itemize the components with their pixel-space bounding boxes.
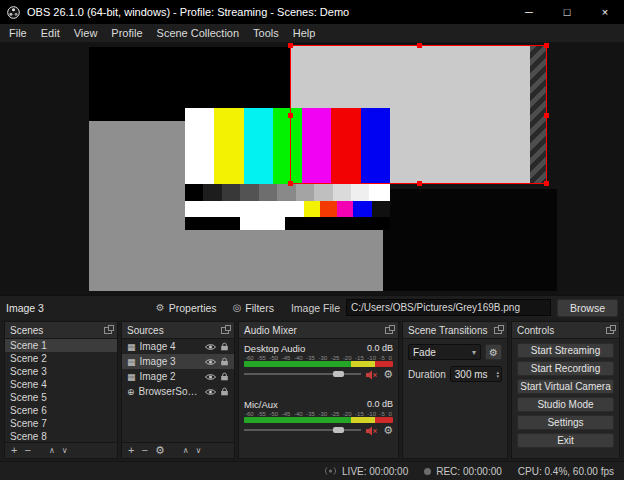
- selection-bounding-box[interactable]: [290, 45, 547, 184]
- scene-list-item[interactable]: Scene 5: [5, 391, 117, 404]
- sources-list: Image 4 Image 3: [122, 339, 234, 442]
- spinbox-arrows[interactable]: ▴▾: [496, 370, 499, 378]
- lock-icon[interactable]: [220, 372, 229, 381]
- source-list-item[interactable]: BrowserSource: [122, 384, 234, 399]
- move-source-up-icon[interactable]: ∧: [183, 447, 189, 455]
- float-dock-icon[interactable]: [606, 327, 614, 334]
- move-source-down-icon[interactable]: ∨: [196, 447, 202, 455]
- menubar: File Edit View Profile Scene Collection …: [0, 24, 624, 43]
- channel-db-value: 0.0 dB: [367, 399, 393, 409]
- tick-label: -35: [306, 411, 315, 417]
- menu-item[interactable]: Tools: [246, 25, 286, 41]
- menu-item[interactable]: Scene Collection: [150, 25, 247, 41]
- move-scene-up-icon[interactable]: ∧: [49, 447, 55, 455]
- scene-list-item[interactable]: Scene 8: [5, 430, 117, 442]
- gear-icon: ⚙: [489, 347, 498, 358]
- source-name: Image 3: [140, 356, 201, 367]
- source-type-icon: [127, 341, 136, 352]
- resize-handle-right[interactable]: [544, 113, 549, 118]
- visibility-eye-icon[interactable]: [205, 388, 216, 396]
- remove-scene-icon[interactable]: −: [24, 445, 30, 456]
- control-button[interactable]: Exit: [517, 433, 614, 448]
- scene-list-item[interactable]: Scene 7: [5, 417, 117, 430]
- float-dock-icon[interactable]: [104, 327, 112, 334]
- selected-source-label: Image 3: [6, 302, 44, 314]
- lock-icon[interactable]: [220, 357, 229, 366]
- titlebar[interactable]: OBS 26.1.0 (64-bit, windows) - Profile: …: [0, 0, 624, 24]
- menu-item[interactable]: Help: [286, 25, 323, 41]
- resize-handle-topright[interactable]: [544, 43, 549, 48]
- transitions-header[interactable]: Scene Transitions: [403, 322, 507, 339]
- sources-header[interactable]: Sources: [122, 322, 234, 339]
- resize-handle-topleft[interactable]: [288, 43, 293, 48]
- resize-handle-bottomright[interactable]: [544, 181, 549, 186]
- source-properties-gear-icon[interactable]: ⚙: [155, 445, 165, 456]
- scenes-header[interactable]: Scenes: [5, 322, 117, 339]
- mixer-header[interactable]: Audio Mixer: [239, 322, 398, 339]
- volume-slider[interactable]: [244, 424, 361, 437]
- live-status: LIVE: 00:00:00: [324, 466, 408, 477]
- add-scene-icon[interactable]: +: [11, 445, 17, 456]
- tick-label: -60: [245, 411, 254, 417]
- source-list-item[interactable]: Image 2: [122, 369, 234, 384]
- duration-spinbox[interactable]: 300 ms ▴▾: [450, 366, 502, 382]
- slider-handle[interactable]: [333, 371, 344, 377]
- visibility-eye-icon[interactable]: [205, 373, 216, 381]
- volume-slider[interactable]: [244, 368, 361, 381]
- scene-list-item[interactable]: Scene 6: [5, 404, 117, 417]
- source-list-item[interactable]: Image 3: [122, 354, 234, 369]
- filters-button[interactable]: ◎ Filters: [228, 300, 279, 316]
- resize-handle-left[interactable]: [288, 113, 293, 118]
- control-button[interactable]: Start Recording: [517, 361, 614, 376]
- filters-icon: ◎: [233, 302, 242, 313]
- menu-item[interactable]: View: [67, 25, 105, 41]
- add-source-icon[interactable]: +: [128, 445, 134, 456]
- move-scene-down-icon[interactable]: ∨: [62, 447, 68, 455]
- control-button[interactable]: Settings: [517, 415, 614, 430]
- float-dock-icon[interactable]: [494, 327, 502, 334]
- control-button[interactable]: Start Streaming: [517, 343, 614, 358]
- channel-gear-icon[interactable]: ⚙: [383, 425, 393, 436]
- scene-list-item[interactable]: Scene 1: [5, 339, 117, 352]
- control-button[interactable]: Start Virtual Camera: [517, 379, 614, 394]
- close-button[interactable]: ×: [586, 0, 624, 24]
- menu-item[interactable]: Profile: [104, 25, 149, 41]
- slider-handle[interactable]: [333, 427, 344, 433]
- visibility-eye-icon[interactable]: [205, 358, 216, 366]
- image-file-path-input[interactable]: [346, 299, 551, 316]
- float-dock-icon[interactable]: [385, 327, 393, 334]
- scene-list-item[interactable]: Scene 3: [5, 365, 117, 378]
- remove-source-icon[interactable]: −: [141, 445, 147, 456]
- tick-label: -40: [294, 411, 303, 417]
- maximize-button[interactable]: □: [548, 0, 586, 24]
- resize-handle-bottomleft[interactable]: [288, 181, 293, 186]
- properties-button[interactable]: ⚙ Properties: [151, 300, 222, 316]
- channel-gear-icon[interactable]: ⚙: [383, 369, 393, 380]
- scene-list-item[interactable]: Scene 2: [5, 352, 117, 365]
- resize-handle-top[interactable]: [417, 43, 422, 48]
- lock-icon[interactable]: [220, 387, 229, 396]
- transition-gear-button[interactable]: ⚙: [485, 344, 502, 360]
- float-dock-icon[interactable]: [221, 327, 229, 334]
- source-list-item[interactable]: Image 4: [122, 339, 234, 354]
- preview-area[interactable]: [0, 43, 624, 295]
- menu-item[interactable]: Edit: [34, 25, 67, 41]
- mute-speaker-icon[interactable]: [366, 426, 378, 436]
- tick-label: -5: [380, 355, 385, 361]
- browse-button[interactable]: Browse: [557, 299, 618, 317]
- control-button[interactable]: Studio Mode: [517, 397, 614, 412]
- sources-title: Sources: [127, 325, 164, 336]
- broadcast-icon: [324, 466, 337, 476]
- transition-select[interactable]: Fade ▾: [408, 344, 481, 360]
- lock-icon[interactable]: [220, 342, 229, 351]
- tick-label: -35: [306, 355, 315, 361]
- resize-handle-bottom[interactable]: [417, 181, 422, 186]
- visibility-eye-icon[interactable]: [205, 343, 216, 351]
- controls-header[interactable]: Controls: [512, 322, 619, 339]
- scene-list-item[interactable]: Scene 4: [5, 378, 117, 391]
- menu-item[interactable]: File: [2, 25, 34, 41]
- canvas-source-black-bottomright[interactable]: [383, 189, 557, 291]
- scene-name: Scene 4: [10, 379, 47, 390]
- mute-speaker-icon[interactable]: [366, 370, 378, 380]
- minimize-button[interactable]: ─: [510, 0, 548, 24]
